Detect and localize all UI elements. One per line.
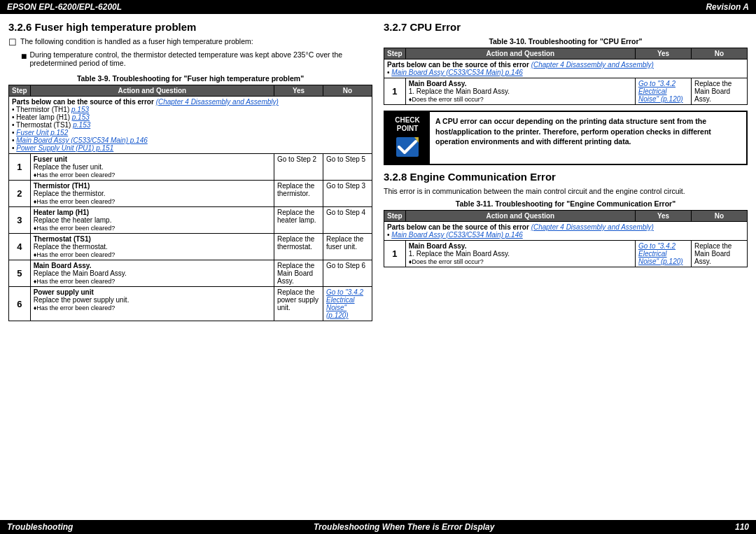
yes-1: Go to Step 2: [274, 154, 323, 181]
table-row: 2 Thermistor (TH1) Replace the thermisto…: [9, 181, 372, 207]
th-no-eng: No: [692, 211, 748, 222]
th-action: Action and Question: [30, 85, 274, 97]
main-content: 3.2.6 Fuser high temperature problem ☐ T…: [0, 14, 756, 509]
eng-part-1: • Main Board Assy (C533/C534 Main) p.146: [387, 231, 523, 239]
right-column: 3.2.7 CPU Error Table 3-10. Troubleshoot…: [384, 21, 748, 502]
yes-5: Replace the Main Board Assy.: [274, 260, 323, 287]
step-6: 6: [9, 287, 31, 321]
no-6: Go to "3.4.2 Electrical Noise" (p.120): [323, 287, 372, 321]
cpu-part-1: • Main Board Assy (C533/C534 Main) p.146: [387, 69, 523, 76]
footer-right: 110: [735, 522, 749, 532]
footer-center: Troubleshooting When There is Error Disp…: [314, 522, 494, 532]
table-11: Step Action and Question Yes No Parts be…: [384, 210, 748, 267]
eng-yes-1: Go to "3.4.2 Electrical Noise" (p.120): [636, 241, 692, 267]
th-step-cpu: Step: [384, 48, 406, 59]
th-action-eng: Action and Question: [405, 211, 635, 222]
cpu-step-1: 1: [384, 78, 406, 105]
action-1: Fuser unit Replace the fuser unit. ♦Has …: [30, 154, 274, 181]
eng-no-1: Replace the Main Board Assy.: [692, 241, 748, 267]
table10-title: Table 3-10. Troubleshooting for "CPU Err…: [384, 37, 748, 45]
yes-4: Replace the thermostat.: [274, 234, 323, 260]
part-4: • Fuser Unit p.152: [12, 129, 68, 136]
parts-cell-10: Parts below can be the source of this er…: [384, 59, 748, 78]
th-step: Step: [9, 85, 31, 97]
th-step-eng: Step: [384, 211, 406, 222]
table-10: Step Action and Question Yes No Parts be…: [384, 48, 748, 105]
yes-2: Replace the thermistor.: [274, 181, 323, 207]
step-3: 3: [9, 207, 31, 234]
table-row: 3 Heater lamp (H1) Replace the heater la…: [9, 207, 372, 234]
bullet-row: ■ During temperature control, the thermi…: [21, 50, 372, 70]
parts-cell-9: Parts below can be the source of this er…: [9, 97, 372, 154]
part-5: • Main Board Assy (C533/C534 Main) p.146: [12, 136, 148, 144]
action-5: Main Board Assy. Replace the Main Board …: [30, 260, 274, 287]
table9-title: Table 3-9. Troubleshooting for "Fuser hi…: [8, 74, 372, 83]
bullet-text: During temperature control, the thermist…: [29, 50, 372, 67]
table-row: 6 Power supply unit Replace the power su…: [9, 287, 372, 321]
engine-desc: This error is in communication between t…: [384, 187, 748, 195]
cpu-no-1: Replace the Main Board Assy.: [692, 78, 748, 105]
section-328-title: 3.2.8 Engine Communication Error: [384, 171, 748, 183]
footer-left: Troubleshooting: [7, 522, 73, 532]
step-4: 4: [9, 234, 31, 260]
parts-cell-11: Parts below can be the source of this er…: [384, 222, 748, 241]
no-2: Go to Step 3: [323, 181, 372, 207]
page-footer: Troubleshooting Troubleshooting When The…: [0, 520, 756, 534]
checkpoint-label: CHECKPOINT: [395, 116, 420, 133]
no-4: Replace the fuser unit.: [323, 234, 372, 260]
parts-row-11: Parts below can be the source of this er…: [384, 222, 748, 241]
checkmark-icon: [395, 136, 420, 160]
table-row: 1 Main Board Assy. 1. Replace the Main B…: [384, 78, 748, 105]
step-1: 1: [9, 154, 31, 181]
eng-action-1: Main Board Assy. 1. Replace the Main Boa…: [405, 241, 635, 267]
checkpoint-text: A CPU error can occur depending on the p…: [430, 112, 746, 164]
part-3: • Thermostat (TS1) p.153: [12, 121, 90, 129]
checkpoint-icon: CHECKPOINT: [385, 112, 430, 164]
table11-title: Table 3-11. Troubleshooting for "Engine …: [384, 199, 748, 208]
th-no-cpu: No: [692, 48, 748, 59]
bullet-icon: ■: [21, 50, 27, 62]
yes-3: Replace the heater lamp.: [274, 207, 323, 234]
action-4: Thermostat (TS1) Replace the thermostat.…: [30, 234, 274, 260]
part-2: • Heater lamp (H1) p.153: [12, 113, 90, 121]
step-2: 2: [9, 181, 31, 207]
intro-row: ☐ The following condition is handled as …: [8, 37, 372, 48]
th-yes-cpu: Yes: [636, 48, 692, 59]
th-action-cpu: Action and Question: [405, 48, 635, 59]
cpu-yes-1: Go to "3.4.2 Electrical Noise" (p.120): [636, 78, 692, 105]
parts-link[interactable]: (Chapter 4 Disassembly and Assembly): [156, 98, 279, 106]
checkpoint-box: CHECKPOINT A CPU error can occur dependi…: [384, 111, 748, 165]
parts-row-9: Parts below can be the source of this er…: [9, 97, 372, 154]
parts-row-10: Parts below can be the source of this er…: [384, 59, 748, 78]
table-row: 4 Thermostat (TS1) Replace the thermosta…: [9, 234, 372, 260]
parts-link-eng[interactable]: (Chapter 4 Disassembly and Assembly): [531, 223, 654, 231]
intro-text: The following condition is handled as a …: [20, 37, 253, 45]
part-6: • Power Supply Unit (PU1) p.151: [12, 144, 113, 152]
step-5: 5: [9, 260, 31, 287]
page-header: EPSON EPL-6200/EPL-6200L Revision A: [0, 0, 756, 14]
yes-6: Replace the power supply unit.: [274, 287, 323, 321]
left-column: 3.2.6 Fuser high temperature problem ☐ T…: [8, 21, 372, 502]
checkbox-icon: ☐: [8, 37, 17, 48]
no-5: Go to Step 6: [323, 260, 372, 287]
part-1: • Thermistor (TH1) p.153: [12, 106, 89, 113]
parts-bold-cpu: Parts below can be the source of this er…: [387, 61, 531, 69]
header-left: EPSON EPL-6200/EPL-6200L: [7, 2, 122, 12]
table-row: 5 Main Board Assy. Replace the Main Boar…: [9, 260, 372, 287]
table-9: Step Action and Question Yes No Parts be…: [8, 85, 372, 321]
th-yes-eng: Yes: [636, 211, 692, 222]
parts-bold: Parts below can be the source of this er…: [12, 98, 156, 106]
no-3: Go to Step 4: [323, 207, 372, 234]
no-1: Go to Step 5: [323, 154, 372, 181]
parts-bold-eng: Parts below can be the source of this er…: [387, 223, 531, 231]
parts-link-cpu[interactable]: (Chapter 4 Disassembly and Assembly): [531, 61, 654, 69]
table-row: 1 Main Board Assy. 1. Replace the Main B…: [384, 241, 748, 267]
action-2: Thermistor (TH1) Replace the thermistor.…: [30, 181, 274, 207]
action-3: Heater lamp (H1) Replace the heater lamp…: [30, 207, 274, 234]
cpu-action-1: Main Board Assy. 1. Replace the Main Boa…: [405, 78, 635, 105]
th-no: No: [323, 85, 372, 97]
checkpoint-text-bold: A CPU error can occur depending on the p…: [435, 117, 711, 146]
action-6: Power supply unit Replace the power supp…: [30, 287, 274, 321]
header-right: Revision A: [706, 2, 749, 12]
table-row: 1 Fuser unit Replace the fuser unit. ♦Ha…: [9, 154, 372, 181]
